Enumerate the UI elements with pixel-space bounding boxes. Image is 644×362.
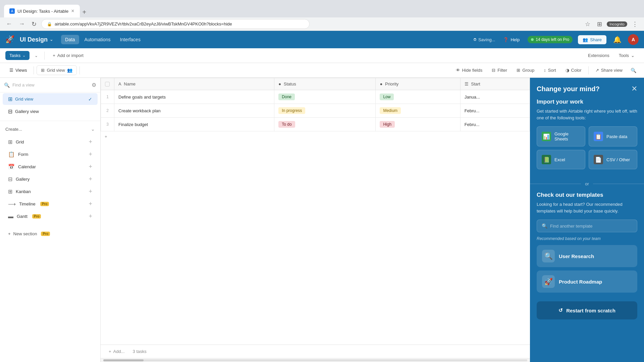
star-button[interactable]: ☆	[583, 19, 592, 29]
hide-fields-button[interactable]: 👁 Hide fields	[452, 66, 487, 75]
tab-close-button[interactable]: ×	[71, 8, 74, 14]
active-tab[interactable]: A UI Design: Tasks - Airtable ×	[4, 5, 80, 17]
grid-add-icon[interactable]: +	[89, 138, 92, 145]
status-column-header[interactable]: ● Status	[274, 78, 376, 90]
row-priority[interactable]: Medium	[376, 104, 460, 118]
create-grid-item[interactable]: ⊞ Grid +	[5, 136, 95, 148]
status-column-icon: ●	[278, 81, 281, 86]
row-name[interactable]: Define goals and targets	[114, 90, 274, 104]
row-number: 3	[101, 118, 114, 131]
data-nav-link[interactable]: Data	[61, 35, 79, 44]
row-name[interactable]: Finalize budget	[114, 118, 274, 131]
row-status[interactable]: To do	[274, 118, 376, 131]
bottom-add-plus-icon: +	[109, 349, 111, 354]
search-button[interactable]: 🔍	[628, 65, 639, 76]
template-product-roadmap-card[interactable]: 🚀 Product Roadmap	[537, 270, 637, 293]
sidebar-item-gallery-view[interactable]: ⊟ Gallery view	[3, 106, 98, 117]
sidebar-search-input[interactable]	[12, 82, 89, 87]
new-section-row[interactable]: + New section Pro	[3, 229, 98, 239]
row-name[interactable]: Create workback plan	[114, 104, 274, 118]
form-add-icon[interactable]: +	[89, 151, 92, 158]
grid-create-icon: ⊞	[8, 139, 12, 145]
name-column-header[interactable]: A Name	[114, 78, 274, 90]
grid-view-button[interactable]: ⊞ Grid view 👥	[37, 65, 76, 75]
extensions-button[interactable]: ⊞	[595, 19, 604, 29]
sidebar-item-grid-view[interactable]: ⊞ Grid view ✓	[3, 93, 98, 105]
scrollbar-track[interactable]	[103, 359, 527, 361]
sidebar-settings-icon[interactable]: ⚙	[92, 82, 96, 88]
calendar-add-icon[interactable]: +	[89, 163, 92, 170]
select-all-checkbox[interactable]	[105, 82, 110, 86]
table-row[interactable]: 2 Create workback plan In progress Mediu…	[101, 104, 530, 118]
app-name[interactable]: UI Design ⌄	[20, 36, 53, 43]
notifications-button[interactable]: 🔔	[612, 34, 623, 45]
row-status[interactable]: In progress	[274, 104, 376, 118]
row-number: 2	[101, 104, 114, 118]
select-all-header[interactable]	[101, 78, 114, 90]
restart-button[interactable]: ↺ Restart from scratch	[537, 301, 637, 319]
create-gallery-item[interactable]: ⊟ Gallery +	[5, 173, 95, 185]
grid-footer: + Add... 3 tasks	[101, 345, 530, 358]
gantt-add-icon[interactable]: +	[89, 213, 92, 220]
priority-column-header[interactable]: ● Priority	[376, 78, 460, 90]
priority-column-icon: ●	[380, 81, 382, 86]
tasks-tab[interactable]: Tasks ⌄	[5, 51, 30, 60]
timeline-create-icon: ⟶	[8, 201, 16, 207]
create-chevron-icon[interactable]: ⌄	[91, 126, 95, 132]
extensions-button[interactable]: Extensions	[584, 51, 613, 60]
import-paste-data-button[interactable]: 📋 Paste data	[589, 126, 637, 146]
grid-view-icon: ⊞	[8, 96, 12, 102]
template-search-icon: 🔍	[542, 223, 547, 229]
timeline-add-icon[interactable]: +	[89, 200, 92, 207]
create-form-item[interactable]: 📋 Form +	[5, 148, 95, 161]
group-button[interactable]: ⊞ Group	[513, 66, 538, 75]
help-button[interactable]: ❓ Help	[500, 36, 522, 44]
template-search-box[interactable]: 🔍	[537, 220, 637, 232]
address-bar[interactable]: 🔒 airtable.com/appVkvA7jZR9VEZVr/tblv2xa…	[41, 19, 310, 29]
bottom-add-button[interactable]: + Add...	[106, 348, 127, 355]
menu-button[interactable]: ⋮	[630, 19, 640, 29]
share-view-button[interactable]: ↗ Share view	[591, 66, 627, 75]
create-timeline-item[interactable]: ⟶ Timeline Pro +	[5, 198, 95, 210]
template-search-input[interactable]	[550, 224, 632, 229]
horizontal-scrollbar[interactable]	[101, 358, 530, 362]
create-calendar-item[interactable]: 📅 Calendar +	[5, 161, 95, 173]
row-priority[interactable]: High	[376, 118, 460, 131]
sidebar-search-area: 🔍 ⚙	[0, 78, 100, 93]
row-priority[interactable]: Low	[376, 90, 460, 104]
refresh-button[interactable]: ↻	[30, 19, 39, 29]
sort-button[interactable]: ↕ Sort	[540, 66, 560, 75]
import-google-sheets-button[interactable]: 📊 Google Sheets	[537, 126, 585, 146]
automations-nav-link[interactable]: Automations	[80, 35, 115, 44]
create-kanban-item[interactable]: ⊞ Kanban +	[5, 185, 95, 198]
create-section: Create... ⌄ ⊞ Grid + 📋 Form + 📅 Calendar…	[0, 121, 100, 228]
forward-button[interactable]: →	[17, 19, 27, 29]
views-button[interactable]: ☰ Views	[5, 66, 31, 75]
pro-badge[interactable]: 14 days left on Pro	[528, 36, 573, 43]
row-status[interactable]: Done	[274, 90, 376, 104]
import-csv-other-button[interactable]: 📄 CSV / Other	[589, 150, 637, 169]
back-button[interactable]: ←	[4, 19, 14, 29]
import-excel-button[interactable]: 📗 Excel	[537, 150, 585, 169]
start-column-header[interactable]: ☰ Start	[460, 78, 530, 90]
color-button[interactable]: ◑ Color	[561, 66, 586, 75]
avatar-button[interactable]: A	[628, 34, 639, 45]
gallery-add-icon[interactable]: +	[89, 176, 92, 183]
add-import-button[interactable]: + Add or import	[49, 51, 88, 60]
scrollbar-thumb[interactable]	[103, 359, 144, 361]
app-logo[interactable]: 🚀	[5, 35, 14, 44]
new-tab-button[interactable]: +	[80, 7, 89, 17]
create-gantt-item[interactable]: ▬ Gantt Pro +	[5, 210, 95, 223]
sidebar-search-icon: 🔍	[4, 82, 10, 88]
add-row-button[interactable]: +	[101, 131, 530, 142]
template-user-research-card[interactable]: 🔍 User Research	[537, 245, 637, 267]
tools-button[interactable]: Tools ⌄	[615, 51, 639, 60]
table-row[interactable]: 3 Finalize budget To do High Febru...	[101, 118, 530, 131]
tab-options-button[interactable]: ⌄	[32, 52, 40, 60]
kanban-add-icon[interactable]: +	[89, 188, 92, 195]
table-row[interactable]: 1 Define goals and targets Done Low Janu…	[101, 90, 530, 104]
share-button[interactable]: 👥 Share	[578, 35, 606, 44]
panel-close-button[interactable]: ✕	[631, 84, 637, 93]
interfaces-nav-link[interactable]: Interfaces	[116, 35, 144, 44]
filter-button[interactable]: ⊟ Filter	[488, 66, 511, 75]
